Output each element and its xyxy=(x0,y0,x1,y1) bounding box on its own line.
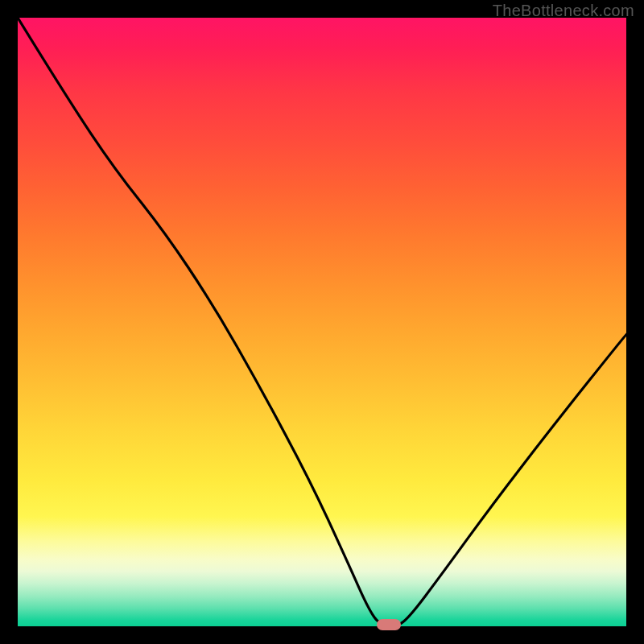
bottleneck-curve xyxy=(18,18,626,626)
plot-area xyxy=(18,18,626,626)
curve-path xyxy=(18,18,626,626)
chart-frame: TheBottleneck.com xyxy=(0,0,644,644)
optimal-marker xyxy=(377,619,401,630)
